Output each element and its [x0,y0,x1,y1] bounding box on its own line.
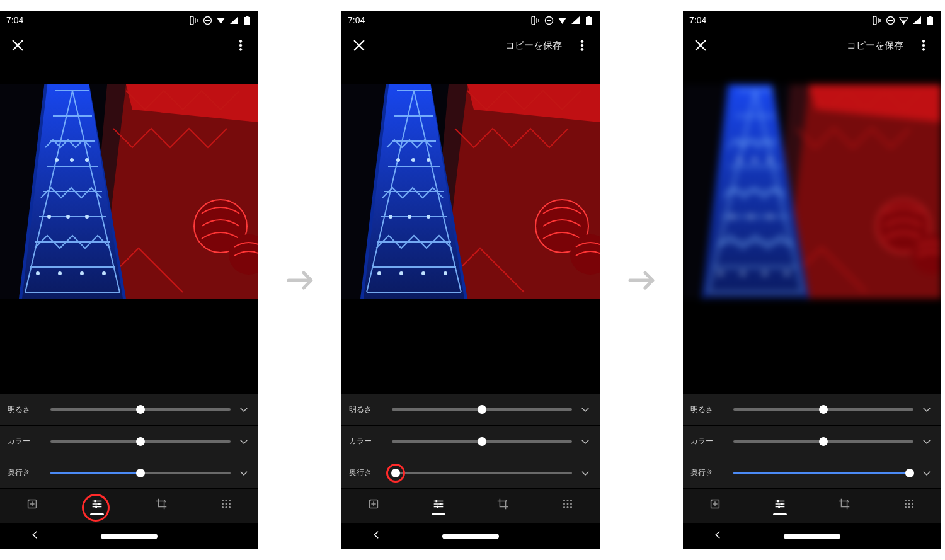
signal-icon [912,16,922,25]
expand-depth[interactable] [578,466,592,480]
expand-depth[interactable] [237,466,251,480]
slider-label-depth: 奥行き [349,467,386,478]
tool-tabs [683,488,941,523]
slider-fill-depth [50,472,140,474]
slider-brightness: 明るさ [683,394,941,425]
status-bar: 7:04 [341,11,600,29]
status-icons [531,16,593,25]
nav-home-pill[interactable] [101,534,158,539]
overflow-menu-button[interactable] [915,37,932,54]
screen-2: 7:04 コピーを保存 明るさ カラー [341,11,600,549]
tab-auto-enhance[interactable] [18,493,46,520]
tab-auto-enhance[interactable] [701,493,729,520]
app-bar: コピーを保存 [683,29,941,62]
status-bar: 7:04 [0,11,258,29]
slider-brightness: 明るさ [0,394,258,425]
slider-depth: 奥行き [0,457,258,488]
slider-thumb-depth[interactable] [905,469,914,477]
editor-panel: 明るさ カラー 奥行き [0,394,258,523]
tab-crop[interactable] [830,493,858,520]
image-preview[interactable] [341,84,600,299]
wifi-icon [558,16,567,25]
tab-auto-enhance[interactable] [360,493,387,520]
slider-thumb-depth[interactable] [136,469,145,477]
slider-thumb-color[interactable] [478,437,486,446]
status-time: 7:04 [348,15,365,25]
slider-thumb-color[interactable] [136,437,145,446]
nav-back-button[interactable] [713,529,724,543]
status-icons [190,16,252,25]
slider-track-depth[interactable] [50,472,231,474]
slider-thumb-color[interactable] [819,437,828,446]
slider-fill-depth [733,472,910,474]
close-button[interactable] [692,37,709,54]
slider-track-color[interactable] [733,440,914,443]
slider-label-depth: 奥行き [8,467,44,478]
slider-color: カラー [341,425,600,457]
slider-track-brightness[interactable] [733,408,914,411]
slider-color: カラー [683,425,941,457]
flow-arrow-icon [281,261,319,299]
vibrate-icon [190,16,199,25]
slider-track-brightness[interactable] [50,408,231,411]
save-copy-button[interactable]: コピーを保存 [505,40,562,52]
expand-color[interactable] [920,435,934,449]
slider-brightness: 明るさ [341,394,600,425]
nav-home-pill[interactable] [784,534,840,539]
app-bar [0,29,258,62]
expand-brightness[interactable] [578,403,592,416]
status-icons [873,16,935,25]
slider-depth: 奥行き [683,457,941,488]
expand-color[interactable] [578,435,592,449]
tab-adjust[interactable] [425,493,452,520]
slider-label-brightness: 明るさ [349,404,386,415]
overflow-menu-button[interactable] [232,37,249,54]
slider-track-color[interactable] [392,440,572,443]
expand-color[interactable] [237,435,251,449]
slider-thumb-brightness[interactable] [819,405,828,414]
status-time: 7:04 [689,15,706,25]
tab-adjust[interactable] [766,493,794,520]
slider-thumb-depth[interactable] [391,469,400,477]
dnd-icon [886,16,895,25]
slider-thumb-brightness[interactable] [136,405,145,414]
slider-color: カラー [0,425,258,457]
slider-label-color: カラー [349,436,386,447]
slider-label-brightness: 明るさ [690,404,727,415]
tab-crop[interactable] [489,493,517,520]
close-button[interactable] [350,37,368,54]
overflow-menu-button[interactable] [573,37,591,54]
nav-back-button[interactable] [371,529,382,543]
slider-label-brightness: 明るさ [8,404,44,415]
tab-crop[interactable] [147,493,175,520]
expand-depth[interactable] [920,466,934,480]
slider-track-depth[interactable] [392,472,572,474]
wifi-icon [899,16,908,25]
save-copy-button[interactable]: コピーを保存 [847,40,903,52]
flow-arrow-icon [622,261,660,299]
battery-icon [925,16,935,25]
tab-more[interactable] [212,493,240,520]
tab-adjust[interactable] [83,493,111,520]
slider-track-depth[interactable] [733,472,914,474]
image-preview[interactable] [683,84,941,299]
slider-track-color[interactable] [50,440,231,443]
status-time: 7:04 [6,15,23,25]
vibrate-icon [873,16,882,25]
app-bar: コピーを保存 [341,29,600,62]
screen-1: 7:04 明るさ カラー [0,11,258,549]
close-button[interactable] [9,37,26,54]
tab-more[interactable] [554,493,581,520]
expand-brightness[interactable] [237,403,251,416]
nav-home-pill[interactable] [442,534,499,539]
slider-depth: 奥行き [341,457,600,488]
system-nav-bar [341,523,600,549]
expand-brightness[interactable] [920,403,934,416]
slider-thumb-brightness[interactable] [478,405,486,414]
image-preview[interactable] [0,84,258,299]
tab-more[interactable] [895,493,923,520]
battery-icon [584,16,593,25]
dnd-icon [544,16,554,25]
nav-back-button[interactable] [30,529,41,543]
slider-track-brightness[interactable] [392,408,572,411]
